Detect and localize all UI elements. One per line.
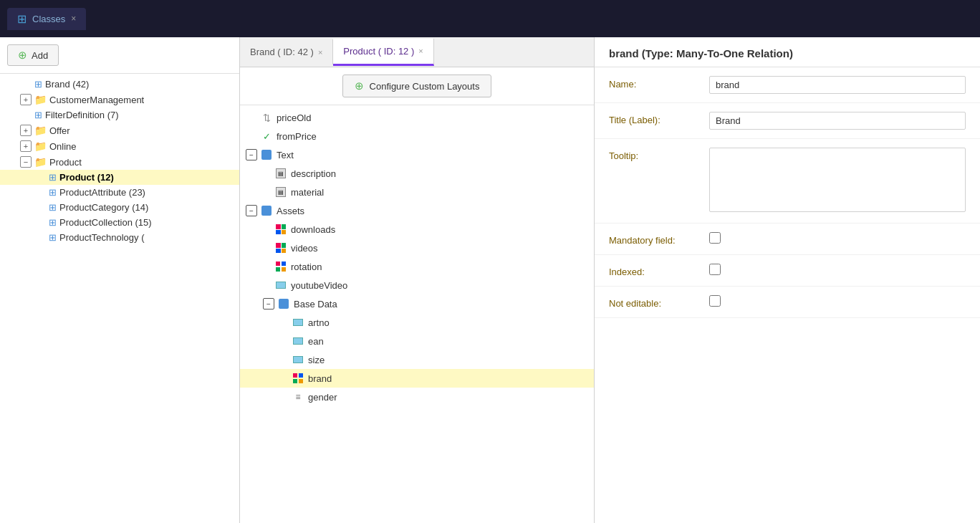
toggle-assets[interactable]: − — [246, 205, 257, 216]
tooltip-value — [709, 148, 966, 214]
sidebar-item-product-tech[interactable]: ⊞ ProductTechnology ( — [0, 230, 239, 245]
field-label: Assets — [277, 206, 304, 216]
field-item-rotation[interactable]: rotation — [240, 257, 594, 276]
not-editable-value — [709, 295, 966, 309]
sidebar-item-label: Offer — [49, 125, 70, 136]
classes-tab[interactable]: ⊞ Classes × — [7, 8, 86, 30]
sidebar-item-brand[interactable]: ⊞ Brand (42) — [0, 77, 239, 92]
field-item-gender[interactable]: ≡ gender — [240, 388, 594, 406]
sidebar-item-product-class[interactable]: ⊞ Product (12) — [0, 170, 239, 185]
cyan-rect-icon — [292, 335, 304, 347]
sidebar-item-product-cat[interactable]: ⊞ ProductCategory (14) — [0, 200, 239, 215]
field-item-brand[interactable]: brand — [240, 369, 594, 388]
field-label: videos — [291, 243, 318, 254]
configure-icon: ⊕ — [355, 80, 364, 92]
field-item-from-price[interactable]: ✓ fromPrice — [240, 127, 594, 145]
field-item-videos[interactable]: videos — [240, 239, 594, 257]
sidebar-item-online[interactable]: + 📁 Online — [0, 138, 239, 154]
class-icon: ⊞ — [49, 232, 57, 243]
field-label: priceOld — [277, 112, 311, 123]
configure-layouts-button[interactable]: ⊕ Configure Custom Layouts — [342, 75, 492, 97]
title-input[interactable] — [709, 112, 966, 130]
form-row-tooltip: Tooltip: — [595, 139, 980, 224]
classes-tab-close[interactable]: × — [71, 14, 76, 24]
expand-icon[interactable]: + — [20, 140, 32, 152]
field-item-text-group[interactable]: − Text — [240, 145, 594, 164]
main-layout: ⊕ Add ⊞ Brand (42) + 📁 CustomerManagemen… — [0, 37, 980, 523]
field-item-assets-group[interactable]: − Assets — [240, 201, 594, 220]
expand-icon[interactable]: − — [20, 156, 32, 168]
field-label: fromPrice — [277, 131, 317, 142]
field-label: Base Data — [294, 299, 337, 310]
tab-brand-label: Brand ( ID: 42 ) — [250, 47, 314, 57]
add-icon: ⊕ — [18, 49, 27, 62]
mandatory-checkbox[interactable] — [709, 232, 721, 244]
sidebar-item-product-folder[interactable]: − 📁 Product — [0, 154, 239, 170]
field-label: Text — [277, 150, 294, 160]
cyan-rect-icon — [292, 316, 304, 329]
field-item-youtube-video[interactable]: youtubeVideo — [240, 276, 594, 294]
widget-icon: ▤ — [274, 167, 287, 180]
toggle-base-data[interactable]: − — [263, 298, 274, 310]
check-icon: ✓ — [260, 130, 273, 143]
add-button-label: Add — [32, 50, 48, 61]
add-button[interactable]: ⊕ Add — [7, 44, 59, 66]
field-item-artno[interactable]: artno — [240, 313, 594, 332]
sidebar-item-label: ProductCategory (14) — [59, 202, 148, 213]
link-icon — [274, 260, 287, 273]
blue-sq-icon — [277, 297, 290, 310]
field-label: downloads — [291, 224, 335, 235]
class-icon: ⊞ — [49, 172, 57, 183]
tab-product[interactable]: Product ( ID: 12 ) × — [333, 39, 433, 66]
field-label: brand — [308, 373, 332, 384]
sidebar-item-filter-def[interactable]: ⊞ FilterDefinition (7) — [0, 107, 239, 123]
name-value — [709, 76, 966, 94]
not-editable-label: Not editable: — [609, 295, 709, 309]
tooltip-label: Tooltip: — [609, 148, 709, 161]
toggle-text[interactable]: − — [246, 149, 257, 160]
tab-product-close[interactable]: × — [418, 47, 423, 55]
indexed-checkbox[interactable] — [709, 264, 721, 275]
form-row-not-editable: Not editable: — [595, 287, 980, 318]
form-row-name: Name: — [595, 67, 980, 103]
field-item-price-old[interactable]: ⇅ priceOld — [240, 108, 594, 127]
field-item-downloads[interactable]: downloads — [240, 220, 594, 239]
cyan-rect-icon — [292, 353, 304, 366]
sidebar-toolbar: ⊕ Add — [0, 37, 239, 74]
field-item-base-data-group[interactable]: − Base Data — [240, 294, 594, 313]
field-tree: ⇅ priceOld ✓ fromPrice − Text — [240, 105, 594, 523]
field-item-ean[interactable]: ean — [240, 332, 594, 350]
sidebar-item-label: ProductTechnology ( — [59, 232, 145, 243]
field-item-size[interactable]: size — [240, 350, 594, 369]
tree-area: ⊞ Brand (42) + 📁 CustomerManagement ⊞ Fi… — [0, 74, 239, 523]
tab-brand[interactable]: Brand ( ID: 42 ) × — [240, 39, 333, 64]
sidebar-item-customer-mgmt[interactable]: + 📁 CustomerManagement — [0, 92, 239, 107]
name-input[interactable] — [709, 76, 966, 94]
panel-toolbar: ⊕ Configure Custom Layouts — [240, 67, 594, 105]
sidebar-item-label: Online — [49, 141, 77, 152]
field-item-material[interactable]: ▤ material — [240, 183, 594, 201]
right-panel-header: brand (Type: Many-To-One Relation) — [595, 37, 980, 67]
sidebar-item-offer[interactable]: + 📁 Offer — [0, 123, 239, 138]
sidebar-item-product-attr[interactable]: ⊞ ProductAttribute (23) — [0, 185, 239, 200]
field-label: size — [308, 355, 325, 365]
colorful-icon — [274, 241, 287, 254]
expand-icon[interactable]: + — [20, 94, 32, 105]
top-bar: ⊞ Classes × — [0, 0, 980, 37]
right-panel: brand (Type: Many-To-One Relation) Name:… — [595, 37, 980, 523]
sidebar-item-product-col[interactable]: ⊞ ProductCollection (15) — [0, 215, 239, 230]
class-icon: ⊞ — [49, 187, 57, 198]
sort-icon: ⇅ — [260, 111, 273, 124]
field-label: gender — [308, 392, 337, 403]
form-row-mandatory: Mandatory field: — [595, 224, 980, 255]
sidebar-item-label: CustomerManagement — [49, 95, 144, 105]
tab-product-label: Product ( ID: 12 ) — [343, 46, 414, 57]
expand-icon[interactable]: + — [20, 125, 32, 136]
field-item-description[interactable]: ▤ description — [240, 164, 594, 183]
tooltip-textarea[interactable] — [709, 148, 966, 212]
not-editable-checkbox[interactable] — [709, 295, 721, 307]
title-label: Title (Label): — [609, 112, 709, 125]
title-value — [709, 112, 966, 130]
tab-brand-close[interactable]: × — [318, 48, 322, 57]
tabs-bar: Brand ( ID: 42 ) × Product ( ID: 12 ) × — [240, 37, 594, 67]
